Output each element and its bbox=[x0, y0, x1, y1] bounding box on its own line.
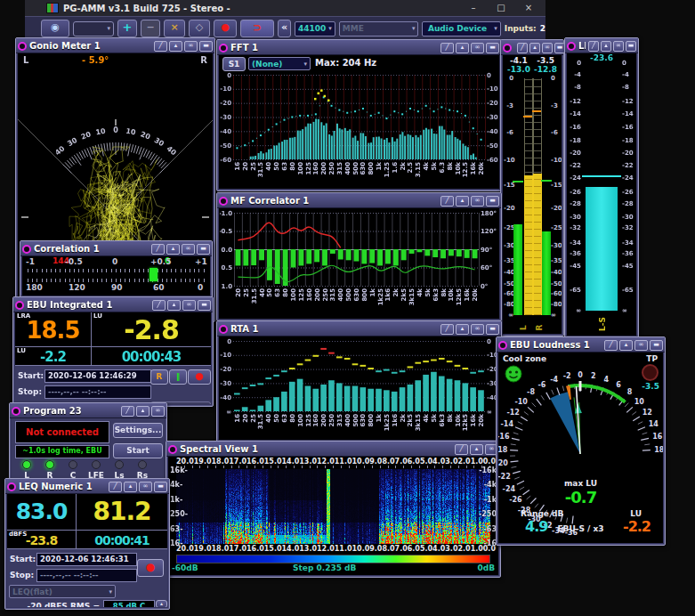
edit-button[interactable]: ╱ bbox=[121, 406, 134, 417]
collapse-toolbar-button[interactable]: « bbox=[278, 20, 291, 37]
link-button[interactable]: ∞ bbox=[182, 244, 195, 255]
power-button[interactable] bbox=[22, 245, 31, 254]
power-button[interactable] bbox=[219, 325, 228, 334]
audio-device-dropdown[interactable]: Audio Device▾ bbox=[422, 21, 500, 36]
tools-icon[interactable]: × bbox=[164, 20, 185, 37]
pin-button[interactable]: ▴ bbox=[470, 444, 483, 455]
edit-button[interactable]: ╱ bbox=[152, 300, 166, 311]
link-button[interactable]: ∞ bbox=[471, 43, 484, 53]
collapse-button[interactable]: ▬ bbox=[626, 41, 636, 52]
start-field[interactable]: 2020-12-06 12:46:29 bbox=[44, 369, 151, 383]
view-dropdown[interactable]: ▾ bbox=[73, 21, 114, 36]
power-button[interactable] bbox=[18, 42, 27, 51]
record-button[interactable]: ● bbox=[188, 369, 211, 385]
add-button[interactable]: + bbox=[117, 20, 137, 37]
pin-button[interactable]: ▴ bbox=[529, 43, 540, 53]
pin-button[interactable]: ▴ bbox=[166, 244, 180, 255]
edit-button[interactable]: ╱ bbox=[604, 340, 618, 351]
ld-titlebar[interactable]: LD ╱▴∞▬ bbox=[565, 38, 638, 53]
power-button[interactable] bbox=[498, 341, 507, 350]
collapse-button[interactable]: ▬ bbox=[198, 300, 211, 311]
rta-titlebar[interactable]: RTA 1 ╱▴∞▬ bbox=[217, 321, 501, 336]
power-button[interactable] bbox=[12, 407, 20, 416]
edit-button[interactable]: ╱ bbox=[440, 196, 454, 207]
collapse-button[interactable]: ▬ bbox=[197, 244, 210, 255]
ld-scale-label: -16 bbox=[568, 124, 581, 131]
pin-button[interactable]: ▴ bbox=[169, 41, 182, 52]
edit-button[interactable]: ╱ bbox=[440, 43, 454, 53]
pin-button[interactable]: ▴ bbox=[456, 196, 469, 207]
collapse-button[interactable]: ▬ bbox=[486, 43, 499, 53]
program-titlebar[interactable]: Program 23 ╱▴∞ bbox=[10, 403, 166, 418]
edit-button[interactable]: ╱ bbox=[154, 41, 167, 52]
link-button[interactable]: ∞ bbox=[542, 43, 553, 53]
correlation-titlebar[interactable]: Correlation 1 ╱▴∞▬ bbox=[20, 241, 212, 256]
minimize-button[interactable]: – bbox=[462, 2, 485, 14]
power-button[interactable] bbox=[219, 44, 228, 53]
pin-button[interactable]: ▴ bbox=[167, 300, 181, 311]
pp-titlebar[interactable]: PP ╱▴∞▬ bbox=[501, 40, 563, 55]
stop-field[interactable]: ----,--,-- --:--:-- bbox=[44, 385, 151, 399]
stop-field[interactable]: ----,--,-- --:--:-- bbox=[36, 569, 137, 582]
settings-button[interactable]: Settings... bbox=[113, 423, 163, 438]
power-button[interactable] bbox=[168, 445, 177, 454]
pin-button[interactable]: ▴ bbox=[619, 340, 633, 351]
fft-titlebar[interactable]: FFT 1 ╱▴∞▬ bbox=[217, 40, 501, 55]
ebu-integrated-titlebar[interactable]: EBU Integrated 1 ╱▴∞▬ bbox=[13, 297, 213, 312]
mf-titlebar[interactable]: MF Correlator 1 ╱▴∞▬ bbox=[217, 193, 501, 208]
reset-button[interactable]: R bbox=[150, 369, 168, 385]
record-button[interactable]: ● bbox=[137, 559, 164, 577]
maximize-button[interactable]: □ bbox=[489, 2, 513, 14]
collapse-button[interactable]: ▬ bbox=[154, 482, 167, 492]
pin-button[interactable]: ▴ bbox=[456, 43, 469, 53]
leq-titlebar[interactable]: LEQ Numeric 1 ╱▴∞▬ bbox=[5, 479, 169, 494]
link-button[interactable]: ∞ bbox=[139, 482, 152, 492]
start-field[interactable]: 2020-12-06 12:46:31 bbox=[36, 553, 137, 566]
edit-button[interactable]: ╱ bbox=[440, 324, 454, 335]
spin-up-button[interactable]: ▴ bbox=[156, 600, 167, 607]
sample-rate-dropdown[interactable]: 44100▾ bbox=[295, 21, 335, 36]
edit-button[interactable]: ╱ bbox=[109, 482, 122, 492]
collapse-button[interactable]: ▬ bbox=[650, 340, 663, 351]
leq-preset-dropdown[interactable]: LEQ(flat)▾ bbox=[9, 585, 116, 598]
s1-button[interactable]: S1 bbox=[222, 57, 246, 71]
gonio-titlebar[interactable]: Gonio Meter 1 ╱▴∞▬ bbox=[16, 38, 214, 53]
fft-preset-dropdown[interactable]: (None)▾ bbox=[248, 57, 311, 70]
link-button[interactable]: ∞ bbox=[151, 406, 165, 417]
link-button[interactable]: ∞ bbox=[182, 300, 196, 311]
link-button[interactable]: ∞ bbox=[613, 41, 624, 52]
edit-button[interactable]: ╱ bbox=[588, 41, 599, 52]
link-button[interactable]: ∞ bbox=[184, 41, 198, 52]
collapse-button[interactable]: ▬ bbox=[199, 41, 213, 52]
collapse-button[interactable]: ▬ bbox=[486, 196, 499, 207]
record-button[interactable]: ● bbox=[214, 20, 237, 37]
collapse-button[interactable]: ▬ bbox=[486, 324, 499, 335]
link-button[interactable]: ∞ bbox=[471, 324, 484, 335]
power-button[interactable] bbox=[15, 301, 24, 310]
satellite-icon[interactable]: ◇ bbox=[189, 20, 210, 37]
power-button[interactable] bbox=[567, 42, 576, 51]
power-button[interactable] bbox=[503, 44, 512, 53]
edit-button[interactable]: ╱ bbox=[455, 444, 468, 455]
pause-button[interactable]: ‖ bbox=[169, 369, 187, 385]
remove-button[interactable]: − bbox=[141, 20, 160, 37]
close-button[interactable]: × bbox=[517, 2, 540, 14]
edit-button[interactable]: ╱ bbox=[517, 43, 528, 53]
driver-dropdown[interactable]: MME▾ bbox=[339, 21, 419, 36]
spectral-titlebar[interactable]: Spectral View 1 ╱▴∞ bbox=[166, 442, 500, 457]
main-titlebar[interactable]: PG-AMM v3.1 Build 725 - Stereo - – □ × bbox=[25, 0, 545, 16]
meter-magnet-icon[interactable]: ⊃ bbox=[240, 20, 274, 37]
edit-button[interactable]: ╱ bbox=[151, 244, 165, 255]
power-button[interactable] bbox=[219, 197, 228, 206]
pin-button[interactable]: ▴ bbox=[456, 324, 469, 335]
link-button[interactable]: ∞ bbox=[471, 196, 484, 207]
pin-button[interactable]: ▴ bbox=[124, 482, 137, 492]
start-button[interactable]: Start bbox=[113, 443, 163, 458]
pp-scale-label: ∞ bbox=[551, 312, 561, 319]
pin-button[interactable]: ▴ bbox=[601, 41, 611, 52]
pin-button[interactable]: ▴ bbox=[136, 406, 150, 417]
eye-icon[interactable]: ◉ bbox=[41, 20, 69, 37]
ebu-loudness-titlebar[interactable]: EBU Loudness 1 ╱▴∞▬ bbox=[497, 337, 665, 353]
power-button[interactable] bbox=[7, 482, 16, 491]
link-button[interactable]: ∞ bbox=[634, 340, 648, 351]
